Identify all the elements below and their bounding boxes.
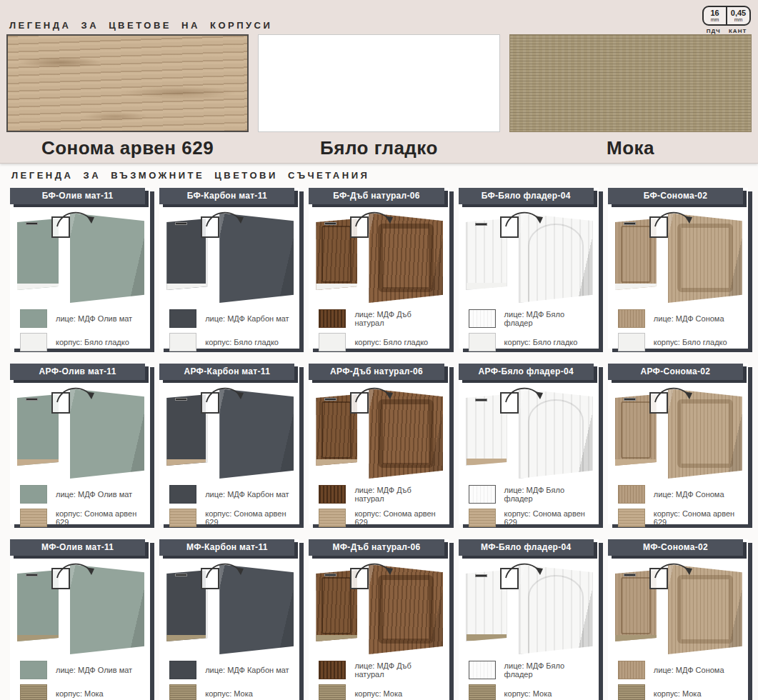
body-legend-row: корпус: Сонома арвен 629	[169, 509, 291, 527]
door-plinth	[166, 284, 206, 290]
zoom-arrow-icon	[652, 558, 698, 581]
card-legend: лице: МДФ Сонома корпус: Мока	[608, 661, 748, 700]
door-handle	[324, 398, 336, 401]
body-color-chip	[20, 333, 47, 351]
swatch-sonoma-arven: Сонома арвен 629	[6, 34, 249, 159]
board-thickness: 16 mm	[704, 7, 726, 24]
body-legend-row: корпус: Мока	[319, 684, 440, 700]
door-plinth	[467, 283, 507, 289]
body-legend-row: корпус: Бяло гладко	[169, 333, 291, 351]
body-color-chip	[618, 333, 645, 351]
face-legend-label: лице: МДФ Бяло фладер	[504, 486, 590, 503]
door-plinth	[17, 635, 59, 641]
card-header: АРФ-Дъб натурал-06	[309, 364, 444, 380]
face-legend-label: лице: МДФ Карбон мат	[205, 490, 289, 499]
combination-card: МФ-Олив мат-11 лице: МДФ Олив мат корпус…	[10, 539, 150, 700]
face-legend-row: лице: МДФ Сонома	[618, 661, 739, 679]
face-legend-row: лице: МДФ Карбон мат	[169, 661, 291, 679]
combination-card: АРФ-Карбон мат-11 лице: МДФ Карбон мат к…	[159, 364, 299, 524]
card-title: МФ-Бяло фладер-04	[481, 542, 572, 552]
door-plinth	[316, 284, 357, 290]
body-legend-label: корпус: Мока	[205, 689, 253, 698]
face-legend-row: лице: МДФ Олив мат	[20, 661, 141, 679]
card-legend: лице: МДФ Бяло фладер корпус: Сонома арв…	[459, 485, 599, 527]
board-label: ПДЧ	[707, 28, 721, 34]
door-illustration	[10, 209, 150, 304]
face-legend-row: лице: МДФ Олив мат	[20, 309, 141, 328]
face-color-chip	[20, 485, 47, 504]
body-legend-row: корпус: Бяло гладко	[319, 333, 440, 351]
face-legend-label: лице: МДФ Сонома	[654, 490, 724, 499]
body-legend-row: корпус: Сонома арвен 629	[469, 509, 590, 527]
zoom-arrow-icon	[204, 382, 249, 405]
card-legend: лице: МДФ Дъб натурал корпус: Бяло гладк…	[309, 309, 449, 351]
door-illustration	[459, 384, 599, 480]
edge-thickness: 0,45 mm	[726, 7, 749, 24]
card-title: АРФ-Карбон мат-11	[184, 366, 271, 376]
card-legend: лице: МДФ Карбон мат корпус: Сонома арве…	[159, 485, 299, 527]
body-color-swatches: Сонома арвен 629 Бяло гладко Мока	[6, 34, 752, 159]
body-legend-row: корпус: Мока	[169, 684, 291, 700]
face-legend-label: лице: МДФ Дъб натурал	[354, 486, 440, 503]
combination-card: МФ-Бяло фладер-04 лице: МДФ Бяло фладер …	[459, 539, 599, 700]
board-thickness-value: 16	[704, 9, 726, 17]
body-color-chip	[169, 684, 196, 700]
face-legend-row: лице: МДФ Дъб натурал	[319, 485, 440, 504]
board-thickness-unit: mm	[704, 17, 726, 23]
card-header: МФ-Карбон мат-11	[159, 539, 294, 556]
door-handle	[26, 398, 38, 401]
door-handle	[624, 222, 636, 225]
face-color-chip	[20, 309, 47, 328]
door-illustration	[10, 560, 150, 656]
door-illustration	[608, 384, 748, 480]
zoom-arrow-icon	[353, 382, 399, 405]
combination-row: БФ-Олив мат-11 лице: МДФ Олив мат корпус…	[10, 188, 748, 349]
zoom-arrow-icon	[652, 206, 698, 229]
body-legend-row: корпус: Сонома арвен 629	[20, 509, 141, 527]
sonoma-arven-label: Сонома арвен 629	[6, 137, 249, 159]
face-color-chip	[319, 661, 346, 679]
card-legend: лице: МДФ Бяло фладер корпус: Бяло гладк…	[459, 309, 599, 351]
face-legend-row: лице: МДФ Олив мат	[20, 485, 141, 504]
zoom-arrow-icon	[503, 206, 549, 229]
face-legend-label: лице: МДФ Олив мат	[56, 666, 132, 674]
face-legend-row: лице: МДФ Бяло фладер	[469, 661, 590, 679]
face-color-chip	[469, 309, 496, 328]
zoom-arrow-icon	[503, 382, 549, 405]
body-legend-label: корпус: Мока	[354, 689, 402, 698]
door-illustration	[159, 560, 299, 656]
door-plinth	[316, 459, 357, 466]
zoom-arrow-icon	[652, 382, 698, 405]
face-legend-row: лице: МДФ Дъб натурал	[319, 309, 440, 328]
card-header: БФ-Олив мат-11	[10, 188, 145, 204]
body-legend-row: корпус: Мока	[469, 684, 590, 700]
face-color-chip	[618, 309, 645, 328]
body-color-chip	[618, 509, 645, 527]
body-legend-label: корпус: Сонома арвен 629	[205, 509, 291, 526]
door-handle	[324, 574, 336, 576]
door-illustration	[309, 560, 449, 656]
door-handle	[324, 222, 336, 225]
door-illustration	[608, 560, 748, 656]
card-title: АРФ-Олив мат-11	[39, 366, 116, 376]
combination-grid: БФ-Олив мат-11 лице: МДФ Олив мат корпус…	[10, 188, 748, 700]
combination-card: БФ-Сонома-02 лице: МДФ Сонома корпус: Бя…	[608, 188, 748, 349]
door-handle	[26, 222, 38, 225]
card-legend: лице: МДФ Бяло фладер корпус: Мока	[459, 661, 599, 700]
face-color-chip	[169, 661, 196, 679]
card-title: БФ-Дъб натурал-06	[333, 191, 419, 201]
body-legend-row: корпус: Бяло гладко	[20, 333, 141, 351]
face-legend-row: лице: МДФ Бяло фладер	[469, 485, 590, 504]
face-legend-label: лице: МДФ Дъб натурал	[354, 661, 440, 679]
body-color-chip	[469, 509, 496, 527]
door-illustration	[459, 209, 599, 304]
face-legend-row: лице: МДФ Карбон мат	[169, 309, 291, 328]
card-title: БФ-Сонома-02	[644, 191, 707, 201]
door-plinth	[316, 635, 357, 641]
door-illustration	[309, 384, 449, 480]
card-header: БФ-Дъб натурал-06	[309, 188, 444, 204]
body-color-chip	[618, 684, 645, 700]
card-legend: лице: МДФ Карбон мат корпус: Мока	[159, 661, 299, 700]
edge-label: КАНТ	[729, 28, 747, 34]
door-plinth	[17, 459, 59, 466]
